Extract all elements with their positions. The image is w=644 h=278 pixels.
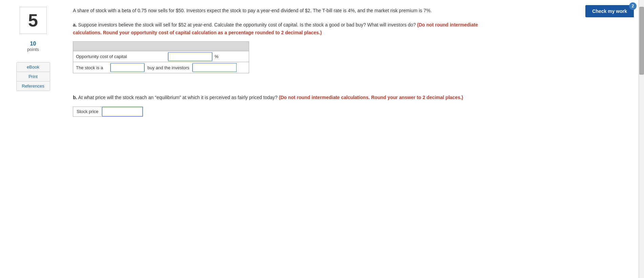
part-a-instruction-plain: Suppose investors believe the stock will… [78, 22, 416, 27]
points-label: points [27, 47, 39, 52]
question-number-box: 5 [20, 7, 47, 34]
part-b: b. At what price will the stock reach an… [73, 94, 480, 116]
sidebar-links: eBook Print References [16, 62, 50, 91]
row2-input2[interactable] [193, 63, 237, 72]
part-b-instruction-plain: At what price will the stock reach an “e… [78, 95, 278, 100]
part-a-instruction: a. Suppose investors believe the stock w… [73, 21, 480, 36]
stock-price-input[interactable] [102, 107, 143, 116]
points-section: 10 points [27, 41, 39, 52]
sidebar: 5 10 points eBook Print References [0, 0, 66, 278]
part-b-instruction-red: (Do not round intermediate calculations.… [279, 95, 463, 100]
answer-table: Opportunity cost of capital % The stock … [73, 41, 249, 73]
part-a-label: a. [73, 22, 77, 27]
intro-text: A share of stock with a beta of 0.75 now… [73, 7, 480, 14]
row1-label: Opportunity cost of capital [73, 53, 168, 60]
row1-unit: % [212, 53, 224, 60]
part-b-instruction: b. At what price will the stock reach an… [73, 94, 480, 101]
scrollbar[interactable] [639, 0, 644, 278]
part-a: a. Suppose investors believe the stock w… [73, 21, 480, 73]
badge-count: 2 [629, 2, 637, 10]
check-btn-wrapper: Check my work 2 [585, 5, 634, 17]
row1-input[interactable] [168, 52, 212, 61]
check-my-work-button[interactable]: Check my work [585, 5, 634, 17]
part-b-label: b. [73, 95, 77, 100]
answer-row-2: The stock is a buy and the investors [73, 62, 249, 73]
top-right-area: Check my work 2 [585, 5, 634, 17]
ebook-link[interactable]: eBook [17, 62, 50, 72]
scrollbar-thumb[interactable] [639, 7, 644, 75]
row2-input1[interactable] [110, 63, 144, 72]
question-number: 5 [28, 10, 38, 31]
answer-table-header [73, 42, 249, 51]
row2-label-start: The stock is a [73, 64, 110, 72]
print-link[interactable]: Print [17, 72, 50, 81]
answer-row-1: Opportunity cost of capital % [73, 51, 249, 62]
row2-middle: buy and the investors [144, 64, 193, 72]
stock-price-row: Stock price [73, 107, 143, 117]
main-content: A share of stock with a beta of 0.75 now… [66, 0, 490, 278]
points-value: 10 [27, 41, 39, 47]
stock-price-label: Stock price [73, 107, 102, 116]
references-link[interactable]: References [17, 81, 50, 91]
